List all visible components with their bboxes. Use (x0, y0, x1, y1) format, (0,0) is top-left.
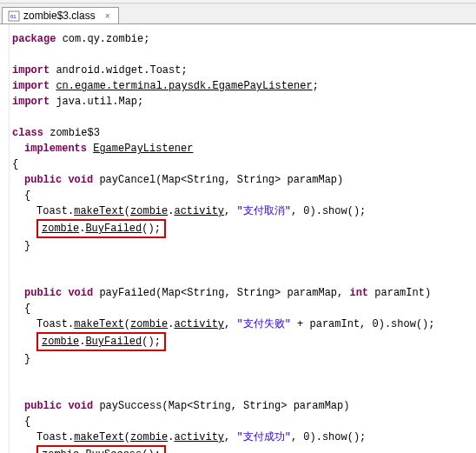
code-line: { (24, 301, 467, 316)
code-line: package com.qy.zombie; (12, 31, 467, 47)
class-file-icon: 01 (8, 10, 20, 22)
tab-filename: zombie$3.class (23, 10, 96, 22)
blank-line (12, 367, 467, 383)
code-line: } (24, 238, 467, 254)
file-tab[interactable]: 01 zombie$3.class × (2, 7, 119, 23)
code-line: } (24, 351, 467, 367)
svg-text:01: 01 (10, 14, 17, 19)
code-line: public void payFailed(Map<String, String… (24, 285, 467, 301)
code-line: public void payCancel(Map<String, String… (24, 172, 467, 188)
code-line: public void paySuccess(Map<String, Strin… (24, 398, 467, 414)
blank-line (12, 383, 467, 398)
code-line: class zombie$3 (12, 125, 467, 141)
code-line: { (24, 414, 467, 430)
blank-line (12, 110, 467, 125)
highlighted-call-buysuccess: zombie.BuySccess(); (36, 445, 467, 453)
code-line: implements EgamePayListener (24, 141, 467, 157)
tab-bar: 01 zombie$3.class × (0, 3, 476, 24)
close-icon[interactable]: × (102, 10, 113, 21)
code-line: Toast.makeText(zombie.activity, "支付失败" +… (36, 316, 467, 332)
code-line: import android.widget.Toast; (12, 63, 467, 78)
blank-line (12, 47, 467, 63)
code-line: { (12, 157, 467, 172)
blank-line (12, 254, 467, 270)
highlighted-call-buyfailed: zombie.BuyFailed(); (36, 219, 467, 238)
code-line: Toast.makeText(zombie.activity, "支付取消", … (36, 203, 467, 219)
highlighted-call-buyfailed: zombie.BuyFailed(); (36, 332, 467, 351)
code-line: Toast.makeText(zombie.activity, "支付成功", … (36, 430, 467, 445)
code-line: import cn.egame.terminal.paysdk.EgamePay… (12, 78, 467, 94)
code-editor[interactable]: package com.qy.zombie; import android.wi… (0, 24, 476, 453)
blank-line (12, 270, 467, 285)
code-line: import java.util.Map; (12, 94, 467, 110)
code-line: { (24, 188, 467, 203)
